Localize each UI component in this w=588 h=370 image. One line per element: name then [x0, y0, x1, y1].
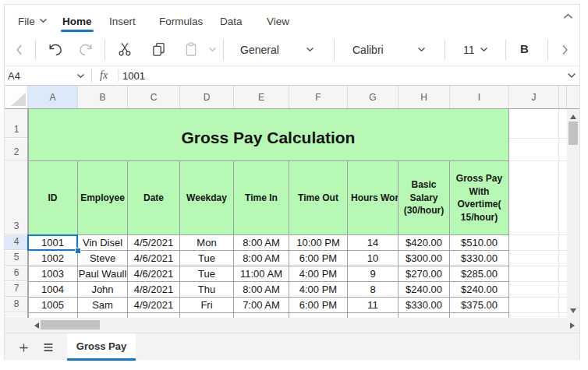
- column-header-D[interactable]: D: [180, 86, 234, 109]
- cell-F4[interactable]: 10:00 PM: [289, 235, 348, 251]
- collapse-ribbon-chevron-up-icon[interactable]: [563, 13, 573, 19]
- font-size-dropdown[interactable]: 11: [463, 44, 475, 56]
- cell-D6[interactable]: Tue: [180, 266, 234, 282]
- scroll-left-arrow-icon[interactable]: [34, 322, 39, 329]
- cell-F5[interactable]: 6:00 PM: [289, 251, 348, 266]
- column-header-G[interactable]: G: [348, 86, 398, 109]
- menu-home[interactable]: Home: [62, 16, 92, 27]
- name-box-chevron-icon[interactable]: [76, 73, 85, 79]
- cell-A6[interactable]: 1003: [28, 266, 78, 282]
- cell-A8[interactable]: 1005: [28, 298, 78, 313]
- cell-B8[interactable]: Sam: [78, 298, 128, 313]
- column-header-A[interactable]: A: [28, 86, 78, 109]
- cell-G7[interactable]: 8: [348, 282, 398, 298]
- cell-H8[interactable]: $330.00: [398, 298, 450, 313]
- bold-button[interactable]: B: [520, 42, 529, 55]
- paste-dropdown-chevron-icon[interactable]: [208, 47, 217, 52]
- table-header-cell[interactable]: Time Out: [289, 161, 348, 235]
- table-header-cell[interactable]: Date: [128, 161, 180, 235]
- row-header-4[interactable]: 4: [5, 235, 28, 250]
- font-name-chevron-icon[interactable]: [417, 47, 426, 52]
- row-header-3[interactable]: 3: [5, 161, 28, 234]
- row-header-7[interactable]: 7: [5, 282, 28, 297]
- cell-B4[interactable]: Vin Disel: [78, 235, 128, 251]
- column-header-B[interactable]: B: [78, 86, 128, 109]
- scroll-right-arrow-icon[interactable]: [570, 322, 575, 329]
- cell-G6[interactable]: 9: [348, 266, 398, 282]
- number-format-chevron-icon[interactable]: [306, 47, 314, 52]
- cell-D4[interactable]: Mon: [180, 235, 234, 251]
- cell-I4[interactable]: $510.00: [450, 235, 509, 251]
- scroll-up-arrow-icon[interactable]: [570, 115, 576, 119]
- cell-I7[interactable]: $240.00: [450, 282, 509, 298]
- row-header-6[interactable]: 6: [5, 266, 28, 281]
- menu-data[interactable]: Data: [220, 16, 243, 27]
- name-box[interactable]: A4: [8, 70, 20, 82]
- cell-F8[interactable]: 6:00 PM: [289, 298, 348, 313]
- cell-B6[interactable]: Paul Waull: [78, 266, 128, 282]
- font-name-dropdown[interactable]: Calibri: [352, 44, 384, 56]
- table-header-cell[interactable]: Gross Pay With Overtime( 15/hour): [450, 161, 509, 235]
- cell-C4[interactable]: 4/5/2021: [128, 235, 180, 251]
- horizontal-scroll-thumb[interactable]: [41, 320, 100, 329]
- table-header-cell[interactable]: Hours Worked: [348, 161, 398, 235]
- row-header-1[interactable]: 1: [5, 109, 28, 138]
- cell-C7[interactable]: 4/8/2021: [128, 282, 180, 298]
- cell-D8[interactable]: Fri: [180, 298, 234, 313]
- table-header-cell[interactable]: Weekday: [180, 161, 234, 235]
- expand-formula-bar-chevron-icon[interactable]: [567, 72, 576, 79]
- column-header-I[interactable]: I: [450, 86, 509, 109]
- undo-icon[interactable]: [48, 43, 62, 56]
- table-header-cell[interactable]: ID: [28, 161, 78, 235]
- column-header-H[interactable]: H: [398, 86, 450, 109]
- cell-C6[interactable]: 4/6/2021: [128, 266, 180, 282]
- paste-icon[interactable]: [185, 42, 197, 57]
- add-sheet-plus-icon[interactable]: [19, 344, 28, 352]
- scroll-toolbar-left-icon[interactable]: [16, 44, 23, 55]
- row-header-5[interactable]: 5: [5, 251, 28, 266]
- scroll-down-arrow-icon[interactable]: [570, 308, 576, 313]
- formula-input[interactable]: 1001: [122, 70, 145, 82]
- cell-E6[interactable]: 11:00 AM: [234, 266, 289, 282]
- sheet-tab-gross-pay[interactable]: Gross Pay: [67, 333, 136, 358]
- sheet-list-hamburger-icon[interactable]: [44, 344, 53, 351]
- font-size-chevron-icon[interactable]: [480, 47, 488, 52]
- cell-H7[interactable]: $240.00: [398, 282, 450, 298]
- cell-G8[interactable]: 11: [348, 298, 398, 313]
- cut-icon[interactable]: [119, 42, 131, 57]
- select-all-corner[interactable]: [5, 86, 28, 108]
- scroll-toolbar-right-icon[interactable]: [561, 44, 569, 55]
- column-header-E[interactable]: E: [234, 86, 289, 109]
- vertical-scroll-thumb[interactable]: [569, 122, 578, 145]
- cell-I5[interactable]: $330.00: [450, 251, 509, 266]
- cell-D7[interactable]: Thu: [180, 282, 234, 298]
- file-chevron-down-icon[interactable]: [39, 18, 48, 23]
- title-cell[interactable]: Gross Pay Calculation: [28, 109, 509, 161]
- spreadsheet-grid[interactable]: ABCDEFGHIJ123456789Gross Pay Calculation…: [5, 86, 579, 318]
- fill-handle[interactable]: [76, 248, 80, 253]
- table-header-cell[interactable]: Time In: [234, 161, 289, 235]
- cell-E8[interactable]: 7:00 AM: [234, 298, 289, 313]
- column-header-C[interactable]: C: [128, 86, 180, 109]
- table-header-cell[interactable]: Basic Salary (30/hour): [398, 161, 450, 235]
- row-header-2[interactable]: 2: [5, 139, 28, 160]
- cell-B7[interactable]: John: [78, 282, 128, 298]
- cell-C8[interactable]: 4/9/2021: [128, 298, 180, 313]
- menu-file[interactable]: File: [18, 16, 35, 27]
- cell-E7[interactable]: 8:00 AM: [234, 282, 289, 298]
- menu-formulas[interactable]: Formulas: [159, 16, 203, 27]
- cell-A7[interactable]: 1004: [28, 282, 78, 298]
- cell-B5[interactable]: Steve: [78, 251, 128, 266]
- column-header-partial[interactable]: [559, 86, 567, 109]
- cell-A5[interactable]: 1002: [28, 251, 78, 266]
- row-header-8[interactable]: 8: [5, 298, 28, 312]
- cell-H5[interactable]: $300.00: [398, 251, 450, 266]
- column-header-J[interactable]: J: [509, 86, 559, 109]
- cell-G4[interactable]: 14: [348, 235, 398, 251]
- table-header-cell[interactable]: Employee: [78, 161, 128, 235]
- menu-insert[interactable]: Insert: [109, 16, 136, 27]
- menu-view[interactable]: View: [267, 16, 289, 27]
- redo-icon[interactable]: [79, 43, 94, 56]
- cell-E4[interactable]: 8:00 AM: [234, 235, 289, 251]
- copy-icon[interactable]: [152, 42, 165, 57]
